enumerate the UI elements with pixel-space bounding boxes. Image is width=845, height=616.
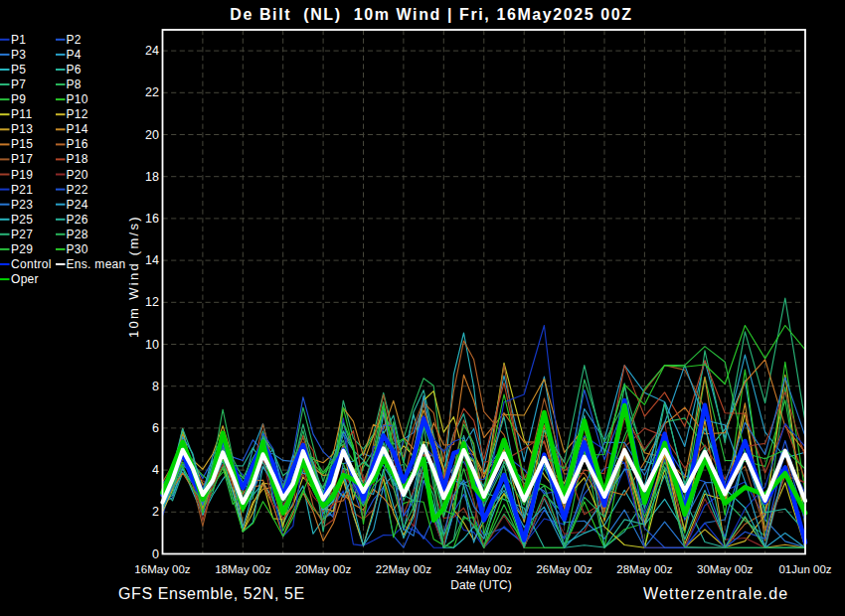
svg-text:P24: P24 [67, 198, 88, 212]
svg-text:P28: P28 [67, 228, 88, 241]
svg-text:P11: P11 [11, 107, 32, 121]
svg-text:24May 00z: 24May 00z [456, 563, 513, 575]
svg-text:14: 14 [145, 253, 159, 267]
svg-text:18: 18 [145, 170, 159, 184]
svg-text:GFS Ensemble, 52N, 5E: GFS Ensemble, 52N, 5E [118, 585, 305, 602]
svg-text:P21: P21 [11, 183, 33, 197]
svg-text:Control: Control [11, 257, 52, 271]
svg-text:P20: P20 [67, 168, 88, 182]
svg-text:P12: P12 [67, 107, 88, 121]
svg-text:Ens. mean: Ens. mean [67, 257, 126, 271]
svg-text:P7: P7 [11, 77, 26, 91]
svg-text:18May 00z: 18May 00z [215, 563, 271, 575]
svg-text:22May 00z: 22May 00z [376, 563, 432, 575]
svg-text:P6: P6 [67, 63, 82, 77]
svg-text:28May 00z: 28May 00z [616, 563, 673, 575]
svg-text:24: 24 [145, 44, 159, 58]
svg-text:P4: P4 [67, 48, 82, 62]
svg-text:20May 00z: 20May 00z [295, 563, 352, 575]
svg-text:0: 0 [152, 547, 159, 561]
svg-text:10: 10 [145, 338, 159, 352]
svg-text:22: 22 [145, 85, 159, 99]
svg-text:P5: P5 [11, 63, 26, 77]
svg-text:P22: P22 [67, 183, 88, 197]
svg-text:P25: P25 [11, 213, 33, 227]
svg-text:P18: P18 [67, 152, 88, 166]
svg-text:6: 6 [152, 421, 159, 435]
svg-text:P23: P23 [11, 198, 33, 212]
svg-text:P8: P8 [67, 77, 82, 91]
svg-text:P2: P2 [67, 33, 82, 47]
svg-text:4: 4 [152, 463, 159, 477]
svg-text:P29: P29 [11, 242, 33, 256]
svg-text:30May 00z: 30May 00z [697, 563, 754, 575]
svg-text:P10: P10 [67, 92, 88, 106]
svg-text:26May 00z: 26May 00z [536, 563, 592, 575]
svg-text:P13: P13 [11, 122, 33, 136]
svg-text:Wetterzentrale.de: Wetterzentrale.de [643, 585, 788, 602]
svg-text:10m Wind (m/s): 10m Wind (m/s) [126, 215, 141, 338]
svg-text:20: 20 [145, 128, 159, 142]
svg-text:16: 16 [145, 212, 159, 226]
svg-text:De Bilt (NL) 10m Wind | Fri,: De Bilt (NL) 10m Wind | Fri, 16May2025 0… [230, 6, 633, 23]
svg-text:12: 12 [145, 295, 159, 309]
svg-text:P30: P30 [67, 242, 88, 256]
svg-text:P3: P3 [11, 48, 26, 62]
svg-text:P15: P15 [11, 137, 33, 151]
svg-text:P27: P27 [11, 228, 33, 241]
svg-text:16May 00z: 16May 00z [134, 563, 191, 575]
svg-text:P19: P19 [11, 168, 33, 182]
svg-text:Date (UTC): Date (UTC) [450, 578, 511, 592]
svg-text:P17: P17 [11, 152, 33, 166]
svg-text:P9: P9 [11, 92, 26, 106]
svg-text:Oper: Oper [11, 272, 39, 286]
svg-text:2: 2 [152, 505, 159, 519]
svg-text:P14: P14 [67, 122, 88, 136]
svg-text:01Jun 00z: 01Jun 00z [778, 563, 831, 575]
svg-text:P16: P16 [67, 137, 88, 151]
svg-text:P1: P1 [11, 33, 26, 47]
svg-text:8: 8 [152, 380, 159, 393]
svg-text:P26: P26 [67, 213, 88, 227]
